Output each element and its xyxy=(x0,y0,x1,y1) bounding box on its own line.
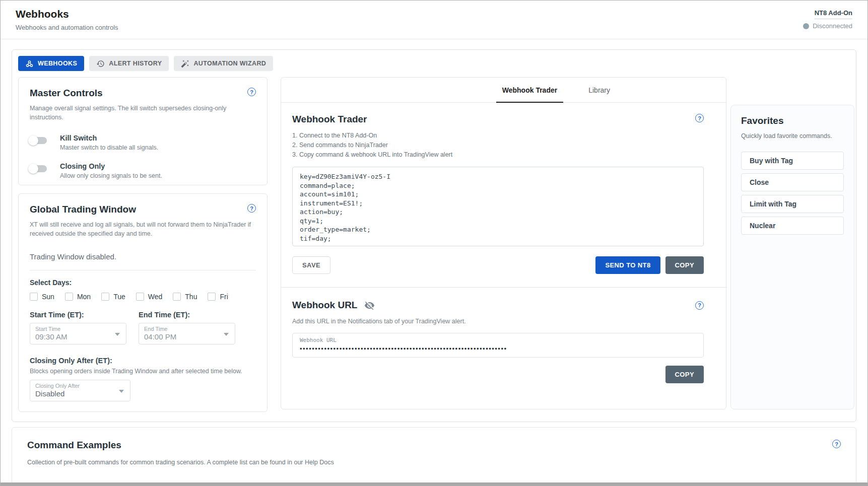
master-controls-help-icon[interactable]: ? xyxy=(247,88,256,96)
copy-command-button[interactable]: COPY xyxy=(665,256,704,274)
tab-webhook-trader[interactable]: Webhook Trader xyxy=(496,78,563,102)
closing-only-after-label: Closing Only After (ET): xyxy=(30,357,256,365)
trader-panel-card: Webhook Trader Library Webhook Trader ? … xyxy=(281,77,726,409)
webhook-url-title: Webhook URL xyxy=(292,300,357,311)
global-trading-window-description: XT will still receive and log all signal… xyxy=(30,220,256,238)
page-title: Webhooks xyxy=(16,8,118,20)
divider xyxy=(30,270,256,270)
favorites-description: Quickly load favorite commands. xyxy=(741,132,844,140)
page-header: Webhooks Webhooks and automation control… xyxy=(1,1,867,39)
closing-only-label: Closing Only xyxy=(60,162,162,170)
tab-webhooks-label: WEBHOOKS xyxy=(38,60,77,67)
webhooks-panel: WEBHOOKS ALERT HISTORY AUTOMATION WIZARD xyxy=(12,49,856,422)
checkbox-wed[interactable] xyxy=(136,293,144,301)
command-examples-description: Collection of pre-built commands for com… xyxy=(27,459,841,466)
checkbox-sun[interactable] xyxy=(30,293,38,301)
copy-url-button[interactable]: COPY xyxy=(665,366,704,383)
connection-status-text: Disconnected xyxy=(813,22,852,30)
trading-window-status: Trading Window disabled. xyxy=(30,252,256,261)
step-3: 3. Copy command & webhook URL into Tradi… xyxy=(292,150,704,160)
closing-only-description: Allow only closing signals to be sent. xyxy=(60,172,162,179)
day-checkbox-row: Sun Mon Tue Wed Thu Fri xyxy=(30,293,256,301)
chevron-down-icon xyxy=(119,390,124,393)
tab-alert-history-label: ALERT HISTORY xyxy=(109,60,162,67)
command-examples-title: Command Examples xyxy=(27,440,121,451)
master-controls-description: Manage overall signal settings. The kill… xyxy=(30,104,256,122)
start-time-select[interactable]: Start Time 09:30 AM xyxy=(30,323,126,344)
command-examples-help-icon[interactable]: ? xyxy=(832,440,841,448)
global-trading-window-title: Global Trading Window xyxy=(30,204,136,215)
day-label-tue: Tue xyxy=(113,293,125,301)
save-button[interactable]: SAVE xyxy=(292,256,330,274)
kill-switch-toggle[interactable] xyxy=(30,137,47,144)
page-subtitle: Webhooks and automation controls xyxy=(16,24,118,31)
tab-alert-history[interactable]: ALERT HISTORY xyxy=(89,56,169,71)
trader-tabbar: Webhook Trader Library xyxy=(281,78,726,103)
master-controls-card: Master Controls ? Manage overall signal … xyxy=(18,77,268,185)
checkbox-fri[interactable] xyxy=(208,293,216,301)
global-trading-window-card: Global Trading Window ? XT will still re… xyxy=(18,193,268,412)
day-label-wed: Wed xyxy=(148,293,163,301)
checkbox-tue[interactable] xyxy=(101,293,109,301)
webhook-url-help-icon[interactable]: ? xyxy=(695,301,704,310)
webhook-url-input[interactable]: Webhook URL ••••••••••••••••••••••••••••… xyxy=(292,333,704,358)
favorites-title: Favorites xyxy=(741,115,844,126)
day-label-fri: Fri xyxy=(220,293,228,301)
history-icon xyxy=(96,59,105,68)
day-label-sun: Sun xyxy=(42,293,54,301)
tab-automation-wizard[interactable]: AUTOMATION WIZARD xyxy=(174,56,273,71)
checkbox-thu[interactable] xyxy=(173,293,181,301)
day-label-mon: Mon xyxy=(77,293,91,301)
chevron-down-icon xyxy=(224,333,229,336)
closing-only-after-select[interactable]: Closing Only After Disabled xyxy=(30,380,130,401)
day-label-thu: Thu xyxy=(185,293,197,301)
tab-webhook-trader-label: Webhook Trader xyxy=(502,86,557,94)
nt8-addon-label: NT8 Add-On xyxy=(815,9,852,19)
closing-only-after-value: Disabled xyxy=(35,389,125,398)
global-trading-window-help-icon[interactable]: ? xyxy=(247,204,256,213)
webhook-url-float-label: Webhook URL xyxy=(300,337,696,343)
start-time-value: 09:30 AM xyxy=(35,332,121,341)
command-textarea[interactable]: key=dZ90Ez3amiV4Y-oz5-I command=place; a… xyxy=(292,167,704,246)
step-1: 1. Connect to the NT8 Add-On xyxy=(292,131,704,141)
webhook-icon xyxy=(25,59,34,68)
kill-switch-label: Kill Switch xyxy=(60,134,158,142)
kill-switch-description: Master switch to disable all signals. xyxy=(60,144,158,151)
favorites-card: Favorites Quickly load favorite commands… xyxy=(730,105,854,409)
favorite-close-button[interactable]: Close xyxy=(741,173,844,191)
master-controls-title: Master Controls xyxy=(30,88,103,99)
webhook-trader-steps: 1. Connect to the NT8 Add-On 2. Send com… xyxy=(292,131,704,160)
tab-library[interactable]: Library xyxy=(582,78,616,102)
start-time-float-label: Start Time xyxy=(35,326,121,332)
window-bottom-edge xyxy=(1,482,867,485)
tab-webhooks[interactable]: WEBHOOKS xyxy=(18,56,84,71)
select-days-label: Select Days: xyxy=(30,279,256,287)
webhook-url-description: Add this URL in the Notifications tab of… xyxy=(292,317,704,326)
step-2: 2. Send commands to NinjaTrader xyxy=(292,141,704,150)
tab-automation-wizard-label: AUTOMATION WIZARD xyxy=(193,60,266,67)
favorite-nuclear-button[interactable]: Nuclear xyxy=(741,217,844,235)
send-to-nt8-button[interactable]: SEND TO NT8 xyxy=(595,256,660,274)
end-time-label: End Time (ET): xyxy=(139,311,235,319)
tab-library-label: Library xyxy=(588,86,610,94)
webhook-trader-help-icon[interactable]: ? xyxy=(695,114,704,122)
chevron-down-icon xyxy=(115,333,120,336)
webhook-url-masked-value: ••••••••••••••••••••••••••••••••••••••••… xyxy=(300,345,696,353)
end-time-select[interactable]: End Time 04:00 PM xyxy=(139,323,235,344)
favorite-limit-with-tag-button[interactable]: Limit with Tag xyxy=(741,195,844,213)
checkbox-mon[interactable] xyxy=(65,293,73,301)
magic-wand-icon xyxy=(181,59,189,68)
start-time-label: Start Time (ET): xyxy=(30,311,126,319)
end-time-value: 04:00 PM xyxy=(144,332,230,341)
command-examples-card: Command Examples ? Collection of pre-bui… xyxy=(12,427,856,486)
end-time-float-label: End Time xyxy=(144,326,230,332)
section-toolbar: WEBHOOKS ALERT HISTORY AUTOMATION WIZARD xyxy=(18,56,850,71)
closing-only-after-float-label: Closing Only After xyxy=(35,383,125,389)
closing-only-toggle[interactable] xyxy=(30,165,47,172)
visibility-off-icon[interactable] xyxy=(364,300,375,311)
connection-status-dot xyxy=(803,23,809,29)
favorite-buy-with-tag-button[interactable]: Buy with Tag xyxy=(741,152,844,170)
divider xyxy=(281,287,727,288)
closing-only-after-description: Blocks opening orders inside Trading Win… xyxy=(30,368,256,375)
webhook-trader-title: Webhook Trader xyxy=(292,114,367,125)
